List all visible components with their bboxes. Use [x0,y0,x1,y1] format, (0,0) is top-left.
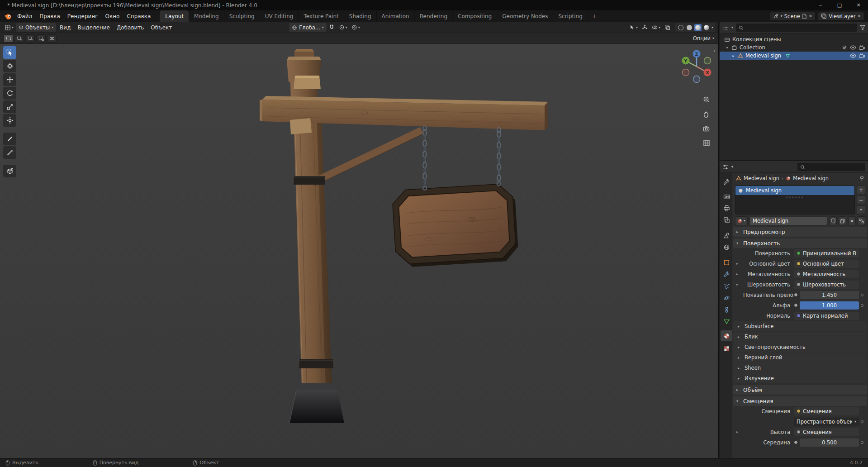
snap-toggle[interactable] [327,23,337,32]
expand-arrow-icon[interactable]: ▸ [736,262,738,266]
material-slot-row[interactable]: Medieval sign [735,186,854,195]
viewport-menu-view[interactable]: Вид [57,22,74,33]
toggle-perspective-grid-icon[interactable] [702,138,711,148]
alpha-slider[interactable]: 1.000 [800,301,859,310]
tab-tool[interactable] [721,176,732,187]
workspace-tab-compositing[interactable]: Compositing [452,10,497,22]
scene-selector[interactable]: ▾ Scene ✕ [770,12,816,21]
fake-user-shield-icon[interactable] [829,216,837,225]
duplicate-material-icon[interactable] [839,216,846,225]
select-mode-intersect[interactable] [47,34,57,43]
tab-world[interactable] [721,242,732,253]
surface-shader-button[interactable]: Принципиальный BSDF [794,249,859,257]
tab-output[interactable] [721,203,732,214]
outliner-row-collection[interactable]: ▾ Collection [720,43,868,52]
tool-add-cube[interactable] [3,165,16,177]
chevron-down-icon[interactable]: ▾ [731,26,733,29]
subpanel-emission[interactable]: ▸ Излучение [733,373,867,383]
unlink-scene-icon[interactable]: ✕ [809,14,812,19]
remove-slot-button[interactable]: − [857,195,865,204]
minimize-button[interactable]: ─ [811,0,830,10]
window-titlebar[interactable]: * Medieval sign [D:\блендер\проекты 196\… [0,0,868,10]
outliner-row-medieval-sign[interactable]: ▸ Medieval sign [720,52,868,60]
maximize-button[interactable]: □ [830,0,849,10]
add-slot-button[interactable]: + [857,186,865,194]
hide-eye-icon[interactable] [850,45,856,50]
expand-arrow-icon[interactable]: ▸ [736,430,738,434]
slot-list-grip[interactable]: •••••• [735,195,854,200]
show-overlays-toggle[interactable]: ▾ [650,23,662,32]
tab-texture[interactable] [721,343,732,354]
shading-rendered-button[interactable] [703,24,710,31]
pan-hand-icon[interactable] [702,109,711,119]
tool-rotate[interactable] [3,87,16,100]
workspace-tab-uv-editing[interactable]: UV Editing [260,10,299,22]
properties-editor-icon[interactable] [722,164,729,170]
breadcrumb-object[interactable]: Medieval sign [744,175,779,181]
subpanel-sheen[interactable]: ▸ Sheen [733,363,867,373]
mode-selector[interactable]: Объекты ▾ [16,23,56,32]
breadcrumb-material[interactable]: Medieval sign [793,175,829,181]
select-mode-invert[interactable] [36,34,46,43]
decorator-dot[interactable] [859,420,865,423]
subpanel-specular[interactable]: ▸ Блик [733,332,867,342]
tool-measure[interactable] [3,146,16,159]
unlink-material-icon[interactable]: ✕ [848,216,856,225]
filter-icon[interactable] [860,25,865,30]
menu-edit[interactable]: Правка [36,10,64,22]
browse-material-button[interactable]: ▾ [735,216,748,225]
selectability-visibility-selector[interactable]: ▾ [627,23,640,32]
tab-constraints[interactable] [721,304,732,315]
viewport-menu-add[interactable]: Добавить [114,22,147,33]
subpanel-subsurface[interactable]: ▸ Subsurface [733,321,867,331]
properties-search[interactable] [797,163,865,171]
pin-icon[interactable] [859,176,864,181]
properties-search-input[interactable] [807,164,863,170]
expand-arrow-icon[interactable]: ▾ [725,46,729,50]
tool-options-dropdown[interactable]: Опции ▾ [693,35,714,42]
menu-window[interactable]: Окно [102,10,123,22]
tab-material[interactable] [721,330,732,341]
midlevel-number-field[interactable]: 0.500 [800,438,859,447]
normal-input-button[interactable]: Карта нормалей [794,312,859,320]
zoom-icon[interactable] [702,95,711,105]
workspace-tab-sculpting[interactable]: Sculpting [224,10,260,22]
new-scene-icon[interactable] [802,14,807,19]
menu-render[interactable]: Рендеринг [64,10,102,22]
region-collapse-arrow[interactable]: ‹ [713,48,716,54]
select-mode-subtract[interactable] [25,34,35,43]
tool-scale[interactable] [3,100,16,113]
camera-view-icon[interactable] [702,124,711,133]
panel-displacement-header[interactable]: ▾ Смещения [733,396,867,406]
tool-transform[interactable] [3,114,16,127]
add-workspace-button[interactable]: + [588,10,601,22]
decorator-dot[interactable] [859,304,865,307]
workspace-tab-shading[interactable]: Shading [344,10,376,22]
expand-arrow-icon[interactable]: ▸ [731,54,735,58]
height-input-button[interactable]: Смещения [794,428,859,436]
disable-render-camera-icon[interactable] [859,53,865,58]
tab-object[interactable] [721,257,732,268]
displacement-input-button[interactable]: Смещения [794,407,859,415]
tab-modifiers[interactable] [721,269,732,280]
proportional-editing-toggle[interactable]: ▾ [350,23,362,32]
metallic-input-button[interactable]: Металличность [794,270,859,278]
expand-arrow-icon[interactable]: ▸ [736,272,738,276]
outliner-editor-icon[interactable] [722,24,729,31]
panel-surface-header[interactable]: ▾ Поверхность [733,238,867,248]
viewport-menu-object[interactable]: Объект [147,22,175,33]
subpanel-coat[interactable]: ▸ Верхний слой [733,353,867,362]
outliner-row-scene-collection[interactable]: Коллекция сцены [720,35,868,43]
viewport-menu-select[interactable]: Выделение [74,22,113,33]
tool-move[interactable] [3,73,16,86]
hide-eye-icon[interactable] [850,53,856,58]
chevron-down-icon[interactable]: ▾ [731,165,733,169]
slot-specials-menu[interactable]: ▾ [857,205,865,214]
workspace-tab-rendering[interactable]: Rendering [414,10,452,22]
material-name-field[interactable] [749,216,827,225]
displacement-space-dropdown[interactable]: Пространство объекта ▾ [794,418,859,426]
tab-render[interactable] [721,191,732,202]
tool-cursor[interactable] [3,60,16,72]
nodes-toggle-icon[interactable] [858,216,865,225]
workspace-tab-layout[interactable]: Layout [160,10,189,22]
